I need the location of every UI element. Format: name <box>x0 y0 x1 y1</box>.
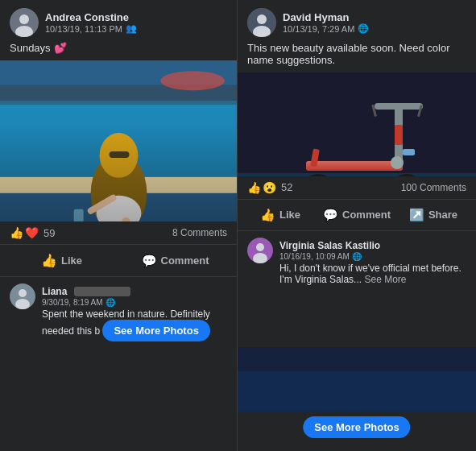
wow-emoji: 😮 <box>263 181 276 194</box>
svg-rect-24 <box>238 72 476 176</box>
right-post-image[interactable] <box>238 72 476 176</box>
left-commenter-name-redacted <box>74 287 130 296</box>
svg-rect-5 <box>0 101 237 181</box>
svg-rect-48 <box>238 371 476 412</box>
right-comment-button[interactable]: 💬 Comment <box>320 203 394 227</box>
right-see-more-link[interactable]: See More <box>364 274 406 285</box>
comment-icon: 💬 <box>142 254 157 268</box>
svg-rect-12 <box>110 151 130 158</box>
svg-rect-16 <box>86 193 118 215</box>
left-reactions-bar: 👍 ❤️ 59 8 Comments <box>0 221 237 245</box>
right-post-author[interactable]: David Hyman <box>283 11 369 23</box>
right-comment-preview: Virginia Salas Kastilio 10/16/19, 10:09 … <box>238 231 476 348</box>
right-see-more-photos-button[interactable]: See More Photos <box>303 416 410 438</box>
svg-rect-37 <box>375 103 423 110</box>
caption-emoji: 💕 <box>54 42 67 54</box>
left-post-caption: Sundays 💕 <box>0 42 237 60</box>
right-reactions-bar: 👍 😮 52 100 Comments <box>238 176 476 200</box>
svg-rect-15 <box>122 217 130 221</box>
like-icon: 👍 <box>41 253 57 268</box>
right-comment-time: 10/16/19, 10:09 AM 🌐 <box>279 252 466 261</box>
right-post-time: 10/13/19, 7:29 AM 🌐 <box>283 23 369 34</box>
globe-icon: 🌐 <box>358 23 369 34</box>
right-commenter-name[interactable]: Virginia Salas Kastilio <box>279 240 380 251</box>
svg-rect-38 <box>395 125 403 145</box>
left-comments-count[interactable]: 8 Comments <box>172 227 227 238</box>
svg-point-19 <box>19 289 27 297</box>
right-post-caption: This new beauty available soon. Need col… <box>238 42 476 72</box>
like-emoji: 👍 <box>247 181 261 194</box>
right-post-avatar[interactable] <box>247 8 276 37</box>
left-reaction-emojis: 👍 ❤️ 59 <box>10 226 55 239</box>
right-post: David Hyman 10/13/19, 7:29 AM 🌐 This new… <box>238 0 476 451</box>
right-commenter-avatar[interactable] <box>247 238 273 263</box>
left-reaction-count: 59 <box>43 227 55 239</box>
left-commenter-name[interactable]: Liana <box>42 286 67 297</box>
right-action-bar: 👍 Like 💬 Comment ↗️ Share <box>238 200 476 231</box>
svg-point-22 <box>257 14 267 24</box>
left-comment-content: Liana 9/30/19, 8:19 AM 🌐 Spent the weeke… <box>42 283 227 341</box>
left-post-image[interactable] <box>0 60 237 221</box>
left-comment-preview: Liana 9/30/19, 8:19 AM 🌐 Spent the weeke… <box>0 277 237 451</box>
right-reaction-emojis: 👍 😮 52 <box>247 181 292 194</box>
svg-point-11 <box>100 133 139 178</box>
left-comment-time: 9/30/19, 8:19 AM 🌐 <box>42 298 227 307</box>
left-post-author[interactable]: Andrea Constine <box>45 11 137 23</box>
svg-point-9 <box>91 153 147 221</box>
left-post-header: Andrea Constine 10/13/19, 11:13 PM 👥 <box>0 0 237 42</box>
left-post-avatar[interactable] <box>10 8 39 37</box>
heart-emoji: ❤️ <box>25 226 39 239</box>
like-emoji: 👍 <box>10 226 23 239</box>
svg-point-13 <box>97 196 142 221</box>
svg-point-45 <box>256 243 264 251</box>
left-comment-button[interactable]: 💬 Comment <box>120 248 230 273</box>
svg-point-8 <box>160 71 225 90</box>
share-icon: ↗️ <box>409 208 424 222</box>
left-like-button[interactable]: 👍 Like <box>6 248 117 273</box>
left-post-time: 10/13/19, 11:13 PM 👥 <box>45 23 137 34</box>
left-post-meta: Andrea Constine 10/13/19, 11:13 PM 👥 <box>45 11 137 34</box>
friends-icon: 👥 <box>126 23 137 34</box>
svg-rect-6 <box>0 177 237 193</box>
svg-rect-26 <box>238 173 476 176</box>
left-see-more-photos-button[interactable]: See More Photos <box>102 320 209 341</box>
right-post-meta: David Hyman 10/13/19, 7:29 AM 🌐 <box>283 11 369 34</box>
like-icon: 👍 <box>260 208 275 222</box>
left-comment-text: Spent the weekend in nature. Definitely … <box>42 308 227 341</box>
right-see-more-photos-container: See More Photos <box>303 416 410 438</box>
left-post: Andrea Constine 10/13/19, 11:13 PM 👥 Sun… <box>0 0 238 451</box>
right-comment-text: Hi, I don't know if we've official met b… <box>279 263 466 285</box>
svg-rect-28 <box>306 161 403 171</box>
svg-rect-40 <box>403 149 415 155</box>
left-commenter-avatar[interactable] <box>10 283 35 309</box>
globe-icon: 🌐 <box>106 298 115 307</box>
svg-point-10 <box>101 135 137 171</box>
right-comment-content: Virginia Salas Kastilio 10/16/19, 10:09 … <box>279 238 466 285</box>
comment-icon: 💬 <box>323 208 338 222</box>
right-reaction-count: 52 <box>281 181 292 193</box>
globe-icon: 🌐 <box>352 252 362 261</box>
svg-rect-17 <box>74 209 84 221</box>
left-action-bar: 👍 Like 💬 Comment <box>0 245 237 277</box>
right-comments-count[interactable]: 100 Comments <box>401 182 466 193</box>
svg-point-1 <box>19 14 29 24</box>
right-bottom-image: See More Photos <box>238 347 476 451</box>
svg-point-39 <box>391 156 404 169</box>
right-post-header: David Hyman 10/13/19, 7:29 AM 🌐 <box>238 0 476 42</box>
right-like-button[interactable]: 👍 Like <box>244 203 317 227</box>
right-share-button[interactable]: ↗️ Share <box>397 203 470 227</box>
